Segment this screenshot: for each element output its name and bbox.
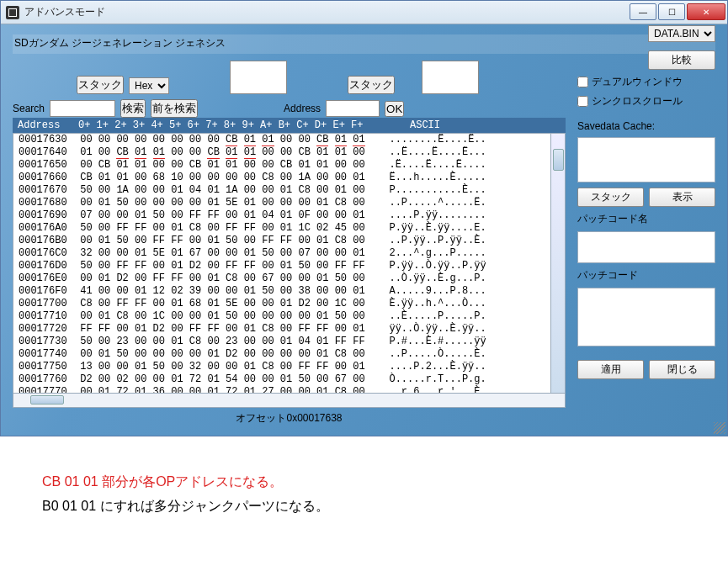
hex-row[interactable]: 00017690 07 00 00 01 50 00 FF FF 00 01 0… <box>13 209 565 222</box>
scroll-thumb-v[interactable] <box>553 149 564 171</box>
file-select[interactable]: DATA.BIN <box>648 25 715 42</box>
dual-window-checkbox[interactable] <box>577 77 588 87</box>
patch-name-box[interactable] <box>577 231 715 263</box>
dual-window-label: デュアルウィンドウ <box>592 75 683 89</box>
hex-row[interactable]: 00017670 50 00 1A 00 00 01 04 01 1A 00 0… <box>13 184 565 197</box>
hex-row[interactable]: 00017730 50 00 23 00 00 01 C8 00 23 00 0… <box>13 336 565 348</box>
close-panel-button[interactable]: 閉じる <box>649 360 715 379</box>
main-split: スタック Hex スタック Search 検索 前を検索 Address <box>13 56 715 427</box>
address-label: Address <box>284 103 321 114</box>
stack-button-right[interactable]: スタック <box>348 76 395 94</box>
show-button[interactable]: 表示 <box>649 188 715 207</box>
search-input[interactable] <box>50 100 115 117</box>
sync-scroll-check[interactable]: シンクロスクロール <box>577 94 715 108</box>
hex-row[interactable]: 00017630 00 00 00 00 00 00 00 00 CB 01 0… <box>13 134 565 146</box>
hex-row[interactable]: 00017700 C8 00 FF FF 00 01 68 01 5E 00 0… <box>13 298 565 310</box>
hex-row[interactable]: 00017710 00 01 C8 00 1C 00 00 01 50 00 0… <box>13 310 565 323</box>
search-label: Search <box>13 103 45 114</box>
maximize-button[interactable]: ☐ <box>658 3 685 20</box>
apply-button[interactable]: 適用 <box>577 360 644 379</box>
hex-row[interactable]: 00017640 01 00 CB 01 01 00 00 CB 01 01 0… <box>13 146 565 159</box>
hex-header-address: Address <box>18 119 78 131</box>
hex-row[interactable]: 00017650 00 CB 01 01 00 00 CB 01 01 00 0… <box>13 159 565 172</box>
hex-row[interactable]: 00017720 FF FF 00 01 D2 00 FF FF 00 01 C… <box>13 323 565 336</box>
stack-show-row: スタック 表示 <box>577 188 715 207</box>
titlebar: アドバンスモード — ☐ ✕ <box>1 1 727 24</box>
app-window: アドバンスモード — ☐ ✕ SDガンダム ジージェネレーション ジェネシス ス… <box>0 0 728 436</box>
hex-row[interactable]: 00017680 00 01 50 00 00 00 00 01 5E 01 0… <box>13 197 565 209</box>
hex-header-cols: 0+ 1+ 2+ 3+ 4+ 5+ 6+ 7+ 8+ 9+ A+ B+ C+ D… <box>78 119 390 131</box>
hex-panel: スタック Hex スタック Search 検索 前を検索 Address <box>13 56 566 427</box>
stack-button-left[interactable]: スタック <box>77 76 124 94</box>
patch-code-box[interactable] <box>577 288 715 346</box>
right-preview-box <box>422 61 479 94</box>
format-select[interactable]: Hex <box>129 77 169 94</box>
hex-row[interactable]: 000176F0 41 00 00 01 12 02 39 00 00 01 5… <box>13 285 565 298</box>
file-select-row: DATA.BIN <box>577 25 715 42</box>
prev-search-button[interactable]: 前を検索 <box>151 99 198 118</box>
horizontal-scrollbar[interactable] <box>13 394 566 408</box>
note-line-1: CB 01 01 部分が各OPアドレスになる。 <box>42 470 686 494</box>
hex-row[interactable]: 000176E0 00 01 D2 00 FF FF 00 01 C8 00 6… <box>13 272 565 285</box>
offset-status: オフセット0x00017638 <box>13 408 566 427</box>
search-button[interactable]: 検索 <box>120 99 146 118</box>
toolbar-row2: Search 検索 前を検索 Address OK <box>13 99 566 118</box>
compare-button[interactable]: 比較 <box>648 50 715 70</box>
vertical-scrollbar[interactable] <box>550 134 565 393</box>
dual-window-check[interactable]: デュアルウィンドウ <box>577 75 715 89</box>
app-icon <box>6 6 19 19</box>
hex-header-ascii: ASCII <box>410 119 440 131</box>
hex-row[interactable]: 000176B0 00 01 50 00 FF FF 00 01 50 00 F… <box>13 235 565 247</box>
savedata-cache-label: Savedata Cache: <box>577 120 715 132</box>
hex-row[interactable]: 00017740 00 01 50 00 00 00 00 01 D2 00 0… <box>13 348 565 361</box>
window-controls: — ☐ ✕ <box>630 1 727 24</box>
sync-scroll-checkbox[interactable] <box>577 96 588 107</box>
resize-grip-icon[interactable] <box>714 422 725 434</box>
sync-scroll-label: シンクロスクロール <box>592 94 683 108</box>
close-button[interactable]: ✕ <box>687 3 725 20</box>
hex-row[interactable]: 00017660 CB 01 01 00 68 10 00 00 00 00 C… <box>13 172 565 184</box>
hex-row[interactable]: 00017760 D2 00 02 00 00 01 72 01 54 00 0… <box>13 373 565 386</box>
right-panel: DATA.BIN 比較 デュアルウィンドウ シンクロスクロール Savedata… <box>577 56 715 427</box>
hex-header: Address 0+ 1+ 2+ 3+ 4+ 5+ 6+ 7+ 8+ 9+ A+… <box>13 118 566 133</box>
note-line-2: B0 01 01 にすれば多分ジャンクパーツになる。 <box>42 494 686 519</box>
content-area: SDガンダム ジージェネレーション ジェネシス スタック Hex スタック Se… <box>1 24 727 436</box>
hex-row[interactable]: 000176C0 32 00 00 01 5E 01 67 00 00 01 5… <box>13 247 565 260</box>
hex-row[interactable]: 00017750 13 00 00 01 50 00 32 00 00 01 C… <box>13 361 565 373</box>
savedata-cache-box[interactable] <box>577 137 715 182</box>
annotation-notes: CB 01 01 部分が各OPアドレスになる。 B0 01 01 にすれば多分ジ… <box>0 436 728 536</box>
patch-code-label: パッチコード <box>577 268 715 283</box>
hex-row[interactable]: 000176A0 50 00 FF FF 00 01 C8 00 FF FF 0… <box>13 222 565 235</box>
ok-button[interactable]: OK <box>385 101 404 117</box>
window-title: アドバンスモード <box>24 5 630 19</box>
hex-row[interactable]: 00017770 00 01 72 01 36 00 00 01 72 01 2… <box>13 386 565 394</box>
patch-name-label: パッチコード名 <box>577 212 715 226</box>
hex-row[interactable]: 000176D0 50 00 FF FF 00 01 D2 00 FF FF 0… <box>13 260 565 272</box>
stack-button-panel[interactable]: スタック <box>577 188 644 207</box>
scroll-thumb-h[interactable] <box>30 395 64 405</box>
minimize-button[interactable]: — <box>630 3 656 20</box>
hex-body[interactable]: 00017630 00 00 00 00 00 00 00 00 CB 01 0… <box>13 133 566 394</box>
left-preview-box <box>230 61 287 94</box>
toolbar-row1: スタック Hex スタック <box>13 61 566 94</box>
apply-close-row: 適用 閉じる <box>577 360 715 379</box>
address-input[interactable] <box>326 100 380 117</box>
